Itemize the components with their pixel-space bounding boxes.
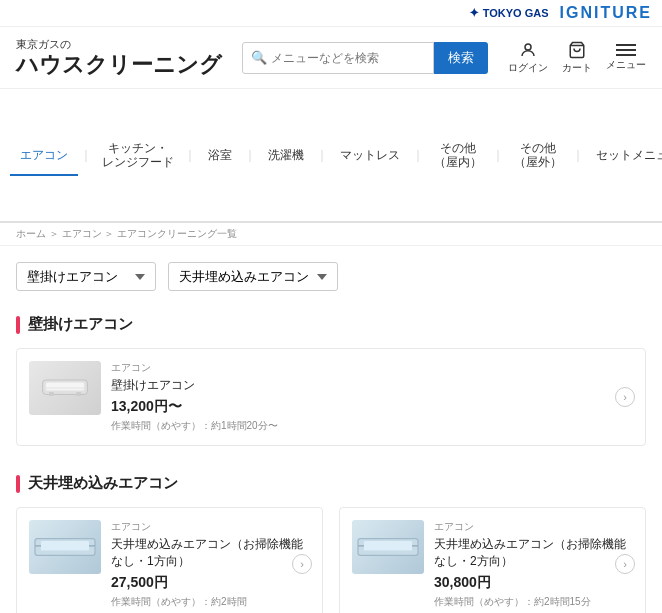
hamburger-line-3 [616,54,636,56]
nav-divider-4: ｜ [314,147,330,164]
product-category-ceiling-1: エアコン [111,520,310,534]
product-info-wall-1: エアコン 壁掛けエアコン 13,200円〜 作業時間（めやす）：約1時間20分〜 [111,361,633,433]
product-info-ceiling-1: エアコン 天井埋め込みエアコン（お掃除機能なし・1方向） 27,500円 作業時… [111,520,310,609]
section-wall: 壁掛けエアコン エアコン [16,315,646,446]
nav-kitchen-label-2: レンジフード [102,155,174,169]
menu-button[interactable]: メニュー [606,44,646,72]
search-area: 🔍 検索 [242,42,488,74]
search-input[interactable] [271,51,425,65]
main-content: 壁掛けエアコン 天井埋め込みエアコン 壁掛けエアコン [0,246,662,613]
ac-wall-image [29,361,101,415]
login-button[interactable]: ログイン [508,41,548,75]
site-title-wrap: 東京ガスの ハウスクリーニング [16,37,222,78]
nav-divider-1: ｜ [78,147,94,164]
card-arrow-ceiling-1[interactable]: › [292,554,312,574]
nav-other-indoor-1: その他 [440,141,476,155]
product-image-wall-1 [29,361,101,415]
svg-rect-5 [76,392,81,396]
product-list-ceiling: エアコン 天井埋め込みエアコン（お掃除機能なし・1方向） 27,500円 作業時… [16,507,646,613]
hamburger-line-1 [616,44,636,46]
product-info-ceiling-2: エアコン 天井埋め込みエアコン（お掃除機能なし・2方向） 30,800円 作業時… [434,520,633,609]
search-button[interactable]: 検索 [434,42,488,74]
nav-item-mattress[interactable]: マットレス [330,137,410,176]
nav-other-outdoor-2: （屋外） [514,155,562,169]
nav-item-kitchen[interactable]: キッチン・ レンジフード [94,135,182,176]
nav-divider-2: ｜ [182,147,198,164]
product-time-ceiling-2: 作業時間（めやす）：約2時間15分 [434,595,633,609]
section-ceiling: 天井埋め込みエアコン エアコン 天井埋め込みエアコン（お掃除機能なし・ [16,474,646,613]
nav-item-other-outdoor[interactable]: その他 （屋外） [506,135,570,176]
filter-select-wall[interactable]: 壁掛けエアコン [16,262,156,291]
product-price-wall-1: 13,200円〜 [111,398,633,416]
product-card-ceiling-1[interactable]: エアコン 天井埋め込みエアコン（お掃除機能なし・1方向） 27,500円 作業時… [16,507,323,613]
top-bar: ✦ TOKYO GAS IGNITURE [0,0,662,27]
nav-item-aircon[interactable]: エアコン [10,137,78,176]
svg-point-0 [525,44,531,50]
product-time-ceiling-1: 作業時間（めやす）：約2時間 [111,595,310,609]
svg-rect-9 [41,541,89,551]
product-category-ceiling-2: エアコン [434,520,633,534]
search-input-wrap: 🔍 [242,42,434,74]
header-icons: ログイン カート メニュー [508,41,646,75]
section-title-wall: 壁掛けエアコン [16,315,646,334]
search-icon: 🔍 [251,50,267,65]
cart-label: カート [562,61,592,75]
product-image-ceiling-1 [29,520,101,574]
nav-item-set-menu[interactable]: セットメニュー [586,137,662,176]
svg-rect-3 [46,383,84,391]
nav-divider-6: ｜ [490,147,506,164]
product-time-wall-1: 作業時間（めやす）：約1時間20分〜 [111,419,633,433]
product-name-ceiling-2: 天井埋め込みエアコン（お掃除機能なし・2方向） [434,536,633,570]
product-price-ceiling-2: 30,800円 [434,574,633,592]
cart-button[interactable]: カート [562,41,592,75]
filter-select-ceiling[interactable]: 天井埋め込みエアコン [168,262,338,291]
product-list-wall: エアコン 壁掛けエアコン 13,200円〜 作業時間（めやす）：約1時間20分〜… [16,348,646,446]
product-name-wall-1: 壁掛けエアコン [111,377,633,394]
nav-item-bathroom[interactable]: 浴室 [198,137,242,176]
nav-item-washer[interactable]: 洗濯機 [258,137,314,176]
login-label: ログイン [508,61,548,75]
nav-other-indoor-2: （屋内） [434,155,482,169]
nav-divider-5: ｜ [410,147,426,164]
site-subtitle: 東京ガスの [16,37,222,52]
hamburger-line-2 [616,49,636,51]
card-arrow-ceiling-2[interactable]: › [615,554,635,574]
star-icon: ✦ [469,6,479,20]
section-title-wall-text: 壁掛けエアコン [28,315,133,334]
section-title-ceiling: 天井埋め込みエアコン [16,474,646,493]
product-name: IGNITURE [560,4,652,22]
nav-other-outdoor-1: その他 [520,141,556,155]
product-name-ceiling-1: 天井埋め込みエアコン（お掃除機能なし・1方向） [111,536,310,570]
product-card-ceiling-2[interactable]: エアコン 天井埋め込みエアコン（お掃除機能なし・2方向） 30,800円 作業時… [339,507,646,613]
svg-rect-12 [364,541,412,551]
product-card-wall-1[interactable]: エアコン 壁掛けエアコン 13,200円〜 作業時間（めやす）：約1時間20分〜… [16,348,646,446]
nav-kitchen-label-1: キッチン・ [108,141,168,155]
ac-ceiling-1way-img [29,520,101,574]
breadcrumb: ホーム ＞ エアコン ＞ エアコンクリーニング一覧 [0,223,662,246]
menu-label: メニュー [606,58,646,72]
nav-divider-7: ｜ [570,147,586,164]
nav-divider-3: ｜ [242,147,258,164]
header: 東京ガスの ハウスクリーニング 🔍 検索 ログイン カート [0,27,662,89]
nav-item-other-indoor[interactable]: その他 （屋内） [426,135,490,176]
product-category-wall-1: エアコン [111,361,633,375]
brand-logo: ✦ TOKYO GAS IGNITURE [469,4,652,22]
site-title: ハウスクリーニング [16,52,222,78]
ac-ceiling-2way-img [352,520,424,574]
filter-row: 壁掛けエアコン 天井埋め込みエアコン [16,262,646,291]
breadcrumb-text: ホーム ＞ エアコン ＞ エアコンクリーニング一覧 [16,228,237,239]
product-image-ceiling-2 [352,520,424,574]
nav-bar: エアコン ｜ キッチン・ レンジフード ｜ 浴室 ｜ 洗濯機 ｜ マットレス ｜… [0,89,662,223]
section-title-ceiling-text: 天井埋め込みエアコン [28,474,178,493]
company-name: TOKYO GAS [483,7,549,19]
hamburger-icon [616,44,636,56]
svg-rect-4 [49,392,54,396]
card-arrow-wall-1[interactable]: › [615,387,635,407]
product-price-ceiling-1: 27,500円 [111,574,310,592]
